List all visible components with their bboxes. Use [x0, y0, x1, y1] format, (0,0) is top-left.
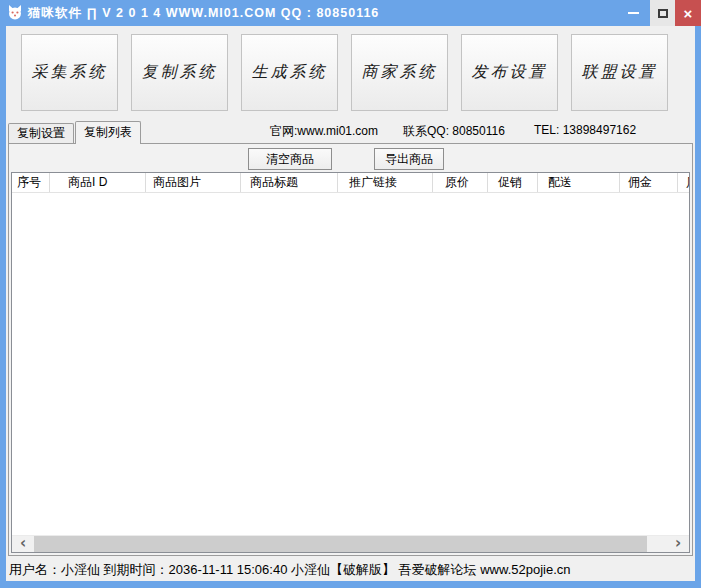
table-body-empty[interactable] [12, 193, 689, 535]
maximize-button[interactable] [650, 0, 675, 26]
nav-button-publish-settings[interactable]: 发布设置 [461, 34, 558, 111]
maximize-icon [658, 9, 668, 18]
scroll-left-button[interactable]: ‹ [12, 536, 34, 552]
scrollbar-track[interactable] [647, 536, 667, 552]
column-header-index[interactable]: 序号 [12, 173, 50, 192]
nav-button-alliance-settings[interactable]: 联盟设置 [571, 34, 668, 111]
copy-list-panel: 清空商品 导出商品 序号 商品I D 商品图片 商品标题 推广链接 原价 促销 … [8, 143, 693, 556]
website-text: 官网:www.mi01.com [270, 123, 378, 140]
status-bar: 用户名：小淫仙 到期时间：2036-11-11 15:06:40 小淫仙【破解版… [6, 558, 695, 581]
close-icon: × [684, 5, 693, 22]
nav-button-copy[interactable]: 复制系统 [131, 34, 228, 111]
export-products-button[interactable]: 导出商品 [374, 148, 444, 170]
cat-app-icon [7, 5, 23, 21]
horizontal-scrollbar: ‹ › [12, 535, 689, 552]
scrollbar-thumb[interactable] [34, 536, 647, 552]
scroll-right-button[interactable]: › [667, 536, 689, 552]
column-header-promo-link[interactable]: 推广链接 [338, 173, 433, 192]
main-nav: 采集系统 复制系统 生成系统 商家系统 发布设置 联盟设置 [6, 26, 695, 111]
title-bar[interactable]: 猫咪软件 ∏ V 2 0 1 4 WWW.MI01.COM QQ : 80850… [0, 0, 701, 26]
tab-strip: 复制设置 复制列表 官网:www.mi01.com 联系QQ: 80850116… [6, 120, 695, 143]
qq-text: 联系QQ: 80850116 [403, 123, 505, 140]
minimize-icon [628, 12, 639, 14]
status-text: 用户名：小淫仙 到期时间：2036-11-11 15:06:40 小淫仙【破解版… [9, 561, 571, 579]
tab-copy-settings[interactable]: 复制设置 [8, 123, 74, 143]
nav-button-generate[interactable]: 生成系统 [241, 34, 338, 111]
app-window: 猫咪软件 ∏ V 2 0 1 4 WWW.MI01.COM QQ : 80850… [0, 0, 701, 588]
product-table: 序号 商品I D 商品图片 商品标题 推广链接 原价 促销 配送 佣金 属性 ‹ [11, 172, 690, 553]
tel-text: TEL: 13898497162 [534, 123, 636, 137]
nav-button-collect[interactable]: 采集系统 [21, 34, 118, 111]
column-header-promo[interactable]: 促销 [488, 173, 538, 192]
column-header-product-id[interactable]: 商品I D [50, 173, 146, 192]
nav-button-merchant[interactable]: 商家系统 [351, 34, 448, 111]
tab-copy-list[interactable]: 复制列表 [75, 121, 141, 144]
clear-products-button[interactable]: 清空商品 [248, 148, 332, 170]
table-header-row: 序号 商品I D 商品图片 商品标题 推广链接 原价 促销 配送 佣金 属性 [12, 173, 689, 193]
column-header-attribute[interactable]: 属性 [678, 173, 689, 192]
action-row: 清空商品 导出商品 [9, 144, 692, 172]
column-header-commission[interactable]: 佣金 [620, 173, 678, 192]
column-header-title[interactable]: 商品标题 [241, 173, 338, 192]
column-header-image[interactable]: 商品图片 [146, 173, 241, 192]
column-header-orig-price[interactable]: 原价 [433, 173, 488, 192]
window-title: 猫咪软件 ∏ V 2 0 1 4 WWW.MI01.COM QQ : 80850… [28, 5, 379, 22]
minimize-button[interactable] [616, 0, 650, 26]
column-header-delivery[interactable]: 配送 [538, 173, 620, 192]
window-controls: × [616, 0, 701, 26]
window-body: 采集系统 复制系统 生成系统 商家系统 发布设置 联盟设置 复制设置 复制列表 … [6, 26, 695, 581]
close-button[interactable]: × [675, 0, 701, 26]
